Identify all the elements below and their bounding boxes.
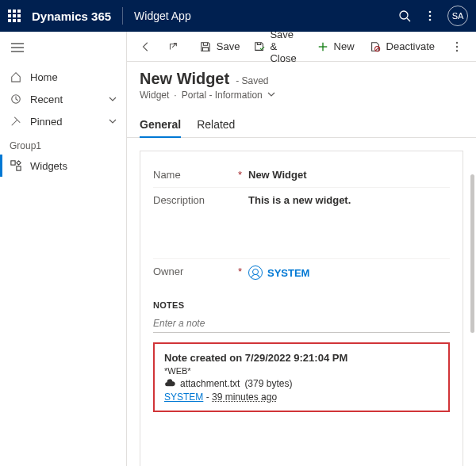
command-bar: Save Save & Close New Deactivate <box>127 32 476 62</box>
more-icon[interactable] <box>417 3 443 29</box>
field-value: This is a new widget. <box>248 194 351 206</box>
notes-heading: NOTES <box>153 300 450 310</box>
main-area: Save Save & Close New Deactivate New Wid… <box>127 32 476 466</box>
back-icon <box>140 40 152 53</box>
back-button[interactable] <box>133 37 159 56</box>
field-name[interactable]: Name* New Widget <box>153 162 450 187</box>
sidebar-item-widgets[interactable]: Widgets <box>0 155 126 177</box>
field-owner[interactable]: Owner* SYSTEM <box>153 258 450 286</box>
svg-rect-10 <box>17 166 21 170</box>
svg-point-17 <box>456 49 458 51</box>
sidebar-group-label: Group1 <box>0 132 126 155</box>
field-label: Name <box>153 169 181 181</box>
saved-indicator: - Saved <box>236 75 268 86</box>
plus-icon <box>317 40 329 53</box>
note-author[interactable]: SYSTEM <box>164 392 203 403</box>
app-launcher-icon[interactable] <box>8 10 21 22</box>
attachment-size: (379 bytes) <box>244 378 292 389</box>
divider <box>122 7 123 25</box>
note-meta: SYSTEM - 39 minutes ago <box>164 392 439 403</box>
sidebar-item-home[interactable]: Home <box>0 66 126 88</box>
crumb-entity: Widget <box>140 90 169 101</box>
open-new-button[interactable] <box>160 37 186 56</box>
new-button[interactable]: New <box>310 37 361 56</box>
save-close-button[interactable]: Save & Close <box>248 32 308 67</box>
note-attachment[interactable]: attachment.txt (379 bytes) <box>164 378 439 389</box>
sidebar-item-pinned[interactable]: Pinned <box>0 110 126 132</box>
note-input[interactable] <box>153 315 450 333</box>
deactivate-icon <box>369 40 382 53</box>
sidebar-item-label: Widgets <box>30 160 67 172</box>
cmd-label: New <box>334 40 355 52</box>
chevron-down-icon <box>109 94 117 105</box>
note-card: Note created on 7/29/2022 9:21:04 PM *WE… <box>153 342 450 412</box>
person-icon <box>248 265 263 280</box>
top-bar: Dynamics 365 Widget App SA <box>0 0 476 32</box>
hamburger-icon[interactable] <box>0 32 126 66</box>
note-title: Note created on 7/29/2022 9:21:04 PM <box>164 352 439 364</box>
tab-general[interactable]: General <box>140 112 181 137</box>
home-icon <box>10 71 22 83</box>
save-button[interactable]: Save <box>193 37 247 56</box>
search-icon[interactable] <box>392 3 417 29</box>
note-timestamp: 39 minutes ago <box>212 392 277 403</box>
note-web-tag: *WEB* <box>164 366 439 376</box>
svg-rect-9 <box>11 161 15 165</box>
cmd-label: Save <box>217 40 240 52</box>
sidebar-item-recent[interactable]: Recent <box>0 88 126 110</box>
sidebar: Home Recent Pinned Group1 Widgets <box>0 32 127 466</box>
deactivate-button[interactable]: Deactivate <box>363 37 441 56</box>
svg-line-1 <box>407 18 410 21</box>
overflow-button[interactable] <box>444 37 470 56</box>
crumb-form[interactable]: Portal - Information <box>182 90 263 101</box>
sidebar-item-label: Recent <box>30 94 63 105</box>
chevron-down-icon <box>109 116 117 128</box>
page-title: New Widget <box>140 70 229 88</box>
pin-icon <box>10 115 22 128</box>
avatar[interactable]: SA <box>447 6 468 26</box>
scrollbar[interactable] <box>470 174 474 333</box>
widgets-icon <box>10 159 22 172</box>
svg-point-15 <box>456 41 458 43</box>
cmd-label: Save & Close <box>270 32 301 64</box>
svg-point-16 <box>456 45 458 47</box>
open-icon <box>167 40 179 53</box>
required-indicator: * <box>238 169 242 181</box>
field-value: New Widget <box>248 169 307 181</box>
more-icon <box>451 40 463 53</box>
form-card: Name* New Widget Description This is a n… <box>140 151 463 466</box>
chevron-down-icon[interactable] <box>267 90 275 101</box>
breadcrumb: Widget · Portal - Information <box>140 90 463 101</box>
owner-name: SYSTEM <box>267 267 309 279</box>
app-name: Widget App <box>134 10 191 22</box>
owner-value[interactable]: SYSTEM <box>248 265 309 280</box>
brand-label: Dynamics 365 <box>32 10 111 23</box>
svg-point-2 <box>429 11 432 13</box>
cloud-icon <box>164 378 175 389</box>
attachment-name: attachment.txt <box>180 378 240 389</box>
save-close-icon <box>254 40 265 53</box>
field-description[interactable]: Description This is a new widget. <box>153 187 450 258</box>
sidebar-item-label: Pinned <box>30 116 62 128</box>
svg-point-3 <box>429 15 432 17</box>
clock-icon <box>10 93 22 105</box>
field-label: Description <box>153 194 205 206</box>
svg-point-0 <box>400 11 408 19</box>
required-indicator: * <box>238 265 242 277</box>
cmd-label: Deactivate <box>386 40 435 52</box>
record-header: New Widget - Saved Widget · Portal - Inf… <box>127 62 476 101</box>
field-label: Owner <box>153 265 183 277</box>
sidebar-item-label: Home <box>30 71 58 83</box>
tab-related[interactable]: Related <box>197 112 235 137</box>
svg-point-4 <box>429 19 432 21</box>
save-icon <box>199 40 212 53</box>
tab-bar: General Related <box>127 112 476 138</box>
